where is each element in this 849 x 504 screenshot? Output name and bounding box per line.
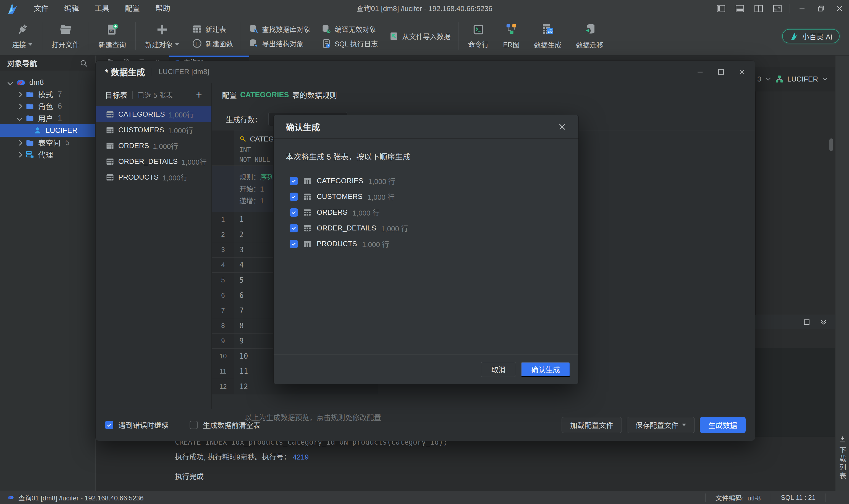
new-table-button[interactable]: 新建表 bbox=[192, 24, 233, 34]
chevron-down-icon bbox=[822, 77, 828, 81]
tree-node-dm8[interactable]: dm8 bbox=[0, 76, 95, 88]
truncate-before-checkbox[interactable] bbox=[189, 421, 198, 429]
vertical-scrollbar-thumb[interactable] bbox=[829, 139, 833, 151]
confirm-table-rows: 1,000 行 bbox=[367, 192, 395, 202]
menu-tools[interactable]: 工具 bbox=[87, 0, 117, 17]
confirm-table-row-customers: CUSTOMERS 1,000 行 bbox=[286, 189, 566, 204]
continue-on-error-checkbox[interactable] bbox=[105, 421, 113, 429]
table-list-item-categories[interactable]: CATEGORIES 1,000行 bbox=[96, 106, 212, 122]
modal-cancel-button[interactable]: 取消 bbox=[481, 362, 516, 377]
dialog-minimize-icon[interactable] bbox=[697, 68, 704, 75]
new-query-button[interactable]: SQL 新建查询 bbox=[91, 20, 133, 53]
target-tables-panel: 目标表 已选 5 张表 + CATEGORIES 1,000行 CUSTOMER… bbox=[96, 83, 212, 409]
ai-assistant-label: 小百灵 AI bbox=[802, 31, 832, 41]
menu-config[interactable]: 配置 bbox=[117, 0, 148, 17]
file-encoding-status[interactable]: 文件编码: utf-8 bbox=[706, 493, 771, 502]
add-table-button[interactable]: + bbox=[196, 90, 202, 100]
cursor-position-status[interactable]: SQL 11 : 21 bbox=[771, 494, 826, 502]
status-bar: 查询01 [dm8] /lucifer - 192.168.40.66:5236… bbox=[0, 491, 849, 504]
schema-selector[interactable]: LUCIFER bbox=[788, 75, 818, 84]
connect-button[interactable]: 连接 bbox=[5, 20, 40, 53]
maximize-panel-icon[interactable] bbox=[803, 319, 810, 326]
expand-chevron-icon[interactable] bbox=[17, 115, 22, 121]
row-number-cell: 7 bbox=[212, 303, 234, 318]
connection-selector-partial[interactable]: 3 bbox=[757, 75, 761, 84]
expand-chevron-icon[interactable] bbox=[17, 152, 22, 158]
dialog-subtitle: LUCIFER [dm8] bbox=[159, 68, 210, 76]
expand-chevron-icon[interactable] bbox=[17, 140, 22, 146]
table-checkbox[interactable] bbox=[290, 224, 298, 232]
table-checkbox[interactable] bbox=[290, 177, 298, 185]
data-migrate-button[interactable]: 数据迁移 bbox=[569, 20, 611, 53]
menu-edit[interactable]: 编辑 bbox=[56, 0, 87, 17]
er-diagram-button[interactable]: ER图 bbox=[496, 20, 527, 53]
svg-text:101: 101 bbox=[548, 28, 553, 31]
table-checkbox[interactable] bbox=[290, 240, 298, 248]
tree-node-lucifer[interactable]: LUCIFER bbox=[0, 124, 95, 137]
download-list-tab[interactable]: 下载列表 bbox=[837, 435, 847, 481]
table-list-item-customers[interactable]: CUSTOMERS 1,000行 bbox=[96, 122, 212, 138]
table-list-item-order-details[interactable]: ORDER_DETAILS 1,000行 bbox=[96, 154, 212, 169]
table-checkbox[interactable] bbox=[290, 208, 298, 217]
data-generate-button[interactable]: 101ABC 数据生成 bbox=[527, 20, 569, 53]
target-tables-title: 目标表 bbox=[105, 90, 127, 100]
layout-split-icon[interactable] bbox=[749, 0, 768, 17]
layout-expand-icon[interactable] bbox=[768, 0, 787, 17]
tree-node-count: 1 bbox=[58, 114, 62, 122]
execution-number-link[interactable]: 4219 bbox=[293, 453, 309, 461]
load-config-button[interactable]: 加载配置文件 bbox=[562, 417, 622, 433]
menu-file[interactable]: 文件 bbox=[26, 0, 56, 17]
result-grid-background bbox=[755, 91, 835, 315]
modal-close-icon[interactable] bbox=[558, 123, 566, 131]
row-number-cell: 2 bbox=[212, 227, 234, 242]
tree-node-tablespaces[interactable]: 表空间 5 bbox=[0, 137, 95, 149]
main-toolbar: 连接 打开文件 SQL 新建查询 新建对象 新建表 F 新建函数 bbox=[0, 17, 849, 56]
execution-result-prefix: 执行成功, 执行耗时9毫秒。执行号： bbox=[175, 453, 291, 461]
application-window: 文件 编辑 工具 配置 帮助 查询01 [dm8] /lucifer - 192… bbox=[0, 0, 849, 504]
expand-chevron-icon[interactable] bbox=[7, 80, 13, 85]
save-config-caret-icon bbox=[682, 424, 686, 426]
tree-node-users[interactable]: 用户 1 bbox=[0, 112, 95, 124]
import-from-file-button[interactable]: 从文件导入数据 bbox=[389, 31, 450, 41]
modal-confirm-button[interactable]: 确认生成 bbox=[521, 362, 570, 377]
close-button[interactable] bbox=[830, 0, 849, 17]
layout-bottom-panel-icon[interactable] bbox=[730, 0, 749, 17]
menu-help[interactable]: 帮助 bbox=[148, 0, 178, 17]
expand-chevron-icon[interactable] bbox=[17, 92, 22, 97]
dialog-header[interactable]: * 数据生成 LUCIFER [dm8] bbox=[96, 61, 755, 83]
tree-node-schemas[interactable]: 模式 7 bbox=[0, 88, 95, 100]
row-number-cell: 8 bbox=[212, 318, 234, 334]
compile-invalid-button[interactable]: 编译无效对象 bbox=[321, 24, 378, 34]
export-struct-button[interactable]: 导出结构对象 bbox=[249, 38, 310, 48]
object-navigator-header: 对象导航 bbox=[0, 56, 95, 71]
find-db-object-button[interactable]: 查找数据库对象 bbox=[249, 24, 310, 34]
new-object-button[interactable]: 新建对象 bbox=[138, 20, 186, 53]
connect-caret-icon bbox=[28, 43, 33, 46]
sidebar-search-icon[interactable] bbox=[79, 59, 88, 68]
save-config-button[interactable]: 保存配置文件 bbox=[627, 417, 695, 433]
new-function-button[interactable]: F 新建函数 bbox=[192, 38, 233, 48]
generate-data-button[interactable]: 生成数据 bbox=[700, 417, 746, 433]
cmdline-button[interactable]: 命令行 bbox=[461, 20, 496, 53]
row-number-cell: 1 bbox=[212, 212, 234, 227]
open-file-button[interactable]: 打开文件 bbox=[44, 20, 87, 53]
table-checkbox[interactable] bbox=[290, 193, 298, 201]
dialog-maximize-icon[interactable] bbox=[718, 68, 725, 75]
tree-node-agent[interactable]: 代理 bbox=[0, 149, 95, 161]
table-list-item-orders[interactable]: ORDERS 1,000行 bbox=[96, 138, 212, 154]
tree-node-label: 角色 bbox=[38, 101, 53, 112]
collapse-panel-icon[interactable] bbox=[820, 319, 828, 325]
ai-assistant-button[interactable]: 小百灵 AI bbox=[782, 29, 839, 43]
db-object-group: 查找数据库对象 导出结构对象 bbox=[243, 20, 316, 53]
column-name: CATEG bbox=[250, 135, 274, 143]
dialog-close-icon[interactable] bbox=[738, 68, 746, 75]
tree-node-roles[interactable]: 角色 6 bbox=[0, 100, 95, 112]
layout-left-panel-icon[interactable] bbox=[712, 0, 730, 17]
dialog-footer: 遇到错误时继续 生成数据前清空表 加载配置文件 保存配置文件 生成数据 bbox=[96, 409, 755, 441]
sql-log-button[interactable]: SQL 执行日志 bbox=[321, 38, 378, 48]
minimize-button[interactable] bbox=[793, 0, 811, 17]
expand-chevron-icon[interactable] bbox=[17, 104, 22, 109]
restore-button[interactable] bbox=[811, 0, 830, 17]
download-list-label: 下载列表 bbox=[837, 447, 847, 481]
table-list-item-products[interactable]: PRODUCTS 1,000行 bbox=[96, 169, 212, 185]
